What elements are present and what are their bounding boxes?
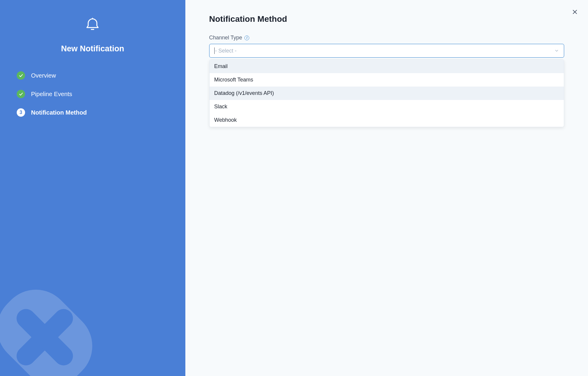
svg-rect-0 [0,275,107,376]
app-root: New Notification Overview Pipeline Event… [0,0,588,376]
step-label: Pipeline Events [31,91,72,98]
field-label: Channel Type [209,35,242,41]
page-title: Notification Method [209,14,564,24]
bell-icon [85,17,100,32]
info-icon[interactable]: i [244,36,249,40]
select-dropdown: EmailMicrosoft TeamsDatadog (/v1/events … [209,59,564,127]
close-button[interactable] [570,7,580,17]
select-option[interactable]: Slack [210,100,564,113]
select-option[interactable]: Microsoft Teams [210,73,564,87]
channel-type-select: - Select - EmailMicrosoft TeamsDatadog (… [209,44,564,127]
svg-line-2 [26,318,64,356]
wizard-sidebar: New Notification Overview Pipeline Event… [0,0,185,376]
step-pipeline-events[interactable]: Pipeline Events [17,90,169,98]
chevron-down-icon [554,48,559,53]
svg-line-1 [26,318,64,356]
step-label: Overview [31,72,56,79]
wizard-steps: Overview Pipeline Events 3 Notification … [0,71,185,117]
select-placeholder: - Select - [215,48,554,54]
select-option[interactable]: Webhook [210,113,564,127]
channel-type-field: Channel Type i - Select - EmailMicrosoft… [209,35,564,127]
check-icon [17,71,25,80]
select-option[interactable]: Datadog (/v1/events API) [210,87,564,100]
sidebar-title: New Notification [61,44,124,53]
close-icon [572,9,578,15]
step-label: Notification Method [31,109,87,116]
field-label-row: Channel Type i [209,35,564,41]
main-panel: Notification Method Channel Type i - Sel… [185,0,588,376]
text-cursor [214,47,215,54]
step-number-badge: 3 [17,108,25,117]
select-option[interactable]: Email [210,60,564,73]
step-notification-method[interactable]: 3 Notification Method [17,108,169,117]
check-icon [17,90,25,98]
decorative-logo-bg [0,275,107,376]
select-control[interactable]: - Select - [209,44,564,58]
step-overview[interactable]: Overview [17,71,169,80]
